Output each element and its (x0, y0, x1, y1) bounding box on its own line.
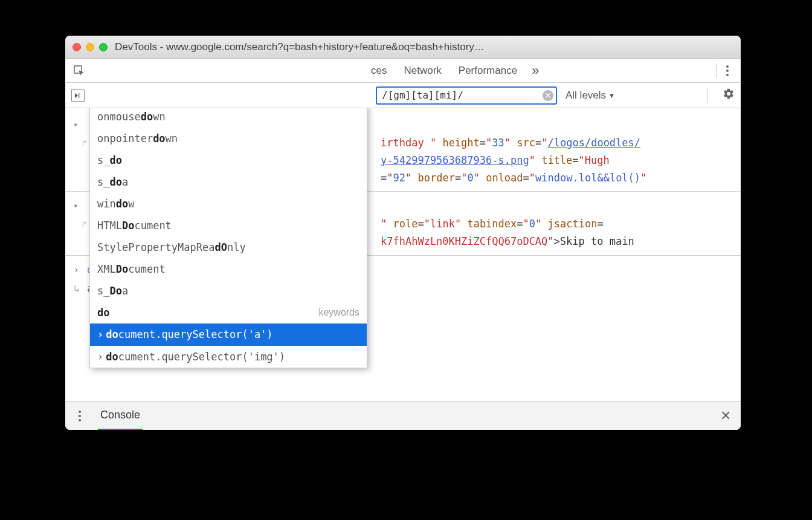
traffic-lights (72, 43, 108, 51)
settings-menu-button[interactable] (720, 65, 735, 76)
tab-sources-partial[interactable]: ces (87, 59, 395, 82)
return-arrow-icon: ↲ (74, 135, 87, 152)
autocomplete-popup: onmousedown onpointerdown s_do s_doa win… (89, 108, 367, 368)
separator (707, 88, 708, 103)
result-arrow-icon: ↳ (74, 282, 87, 294)
execution-context-selector[interactable] (71, 89, 85, 102)
window-title: DevTools - www.google.com/search?q=bash+… (115, 41, 733, 53)
titlebar: DevTools - www.google.com/search?q=bash+… (65, 36, 741, 59)
ac-item[interactable]: s_Doa (90, 280, 367, 302)
svg-rect-1 (79, 93, 79, 98)
ac-item[interactable]: s_do (90, 149, 367, 171)
minimize-window-button[interactable] (86, 43, 94, 51)
close-window-button[interactable] (72, 43, 81, 51)
clear-filter-icon[interactable]: ✕ (543, 90, 553, 101)
console-settings-icon[interactable] (723, 88, 735, 103)
ac-history-item[interactable]: ›document.querySelector('img') (90, 346, 367, 368)
log-levels-dropdown[interactable]: All levels ▼ (566, 89, 615, 102)
drawer-tab-console[interactable]: Console (98, 409, 143, 431)
ac-item[interactable]: XMLDocument (90, 258, 367, 280)
close-drawer-icon[interactable]: ✕ (720, 408, 731, 424)
tab-network[interactable]: Network (395, 59, 450, 82)
console-messages: onmousedown onpointerdown s_do s_doa win… (65, 108, 741, 401)
console-toolbar: ✕ All levels ▼ (65, 83, 741, 108)
chevron-down-icon: ▼ (608, 92, 615, 99)
inspect-element-icon[interactable] (71, 65, 87, 77)
history-chevron-icon: › (97, 348, 103, 365)
drawer: Console ✕ (65, 401, 741, 430)
expand-icon[interactable]: ▸ (74, 197, 87, 213)
ac-item[interactable]: HTMLDocument (90, 215, 367, 236)
history-chevron-icon: › (97, 326, 103, 343)
ac-item[interactable]: s_doa (90, 171, 367, 193)
return-arrow-icon: ↲ (74, 216, 87, 233)
ac-history-item[interactable]: ›document.querySelector('a') (90, 323, 367, 345)
expand-icon[interactable]: ▸ (74, 115, 87, 132)
prompt-chevron-icon: › (74, 263, 87, 276)
ac-item[interactable]: window (90, 193, 367, 215)
ac-item[interactable]: onpointerdown (90, 128, 367, 149)
ac-item[interactable]: StylePropertyMapReadOnly (90, 236, 367, 258)
tabs-overflow-button[interactable]: » (526, 59, 545, 82)
devtools-window: DevTools - www.google.com/search?q=bash+… (65, 36, 741, 430)
ac-item[interactable]: dokeywords (90, 302, 367, 323)
zoom-window-button[interactable] (99, 43, 108, 51)
separator (716, 63, 717, 78)
tab-performance[interactable]: Performance (450, 59, 526, 82)
console-filter-input[interactable] (376, 86, 557, 105)
ac-item[interactable]: onmousedown (90, 108, 367, 128)
drawer-menu-button[interactable] (72, 411, 87, 421)
panel-tabstrip: ces Network Performance » (65, 59, 741, 83)
